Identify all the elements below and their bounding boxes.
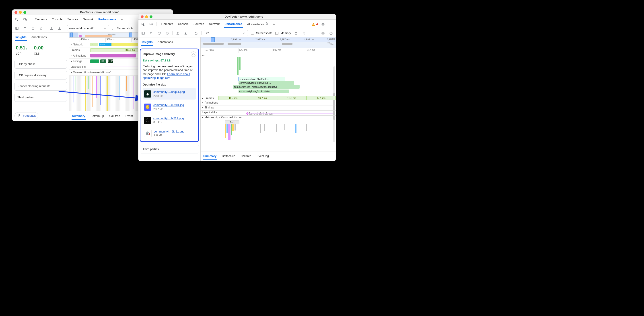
tab-ai-assistance[interactable]: AI assistance — [247, 20, 269, 28]
overflow-dots-icon[interactable]: … — [202, 53, 205, 56]
subtab-annotations[interactable]: Annotations — [31, 34, 47, 41]
close-dot-icon[interactable] — [14, 11, 18, 14]
trash-icon[interactable] — [293, 30, 299, 36]
seg[interactable] — [306, 124, 307, 131]
seg-animation[interactable] — [90, 54, 136, 57]
overview-minimap[interactable]: 1,997 ms 2,997 ms 3,997 ms 4,997 ms 5,99… — [200, 37, 336, 48]
zoom-dot-icon[interactable] — [24, 11, 26, 14]
expand-icon[interactable]: ▸ — [71, 59, 72, 63]
details-tab-summary[interactable]: Summary — [72, 113, 86, 120]
memory-checkbox[interactable]: Memory — [274, 31, 291, 35]
seg[interactable] — [264, 124, 265, 131]
expand-icon[interactable]: ▸ — [202, 101, 203, 104]
seg[interactable] — [228, 124, 230, 140]
seg[interactable] — [295, 124, 296, 133]
screenshots-checkbox-input[interactable] — [251, 32, 254, 35]
collapse-icon[interactable]: ▾ — [202, 116, 203, 119]
screenshots-checkbox[interactable]: Screenshots — [250, 31, 272, 35]
details-tab-bottomup[interactable]: Bottom-up — [221, 153, 236, 160]
details-tab-eventlog[interactable]: Event log — [256, 153, 269, 160]
capture-settings-icon[interactable] — [320, 30, 326, 36]
reload-icon[interactable] — [156, 30, 162, 36]
record-icon[interactable] — [148, 30, 154, 36]
collapse-icon[interactable]: ▾ — [71, 71, 72, 74]
memory-checkbox-input[interactable] — [275, 32, 278, 35]
insight-lcp-request-discovery[interactable]: LCP request discovery — [14, 71, 67, 80]
seg-file-selected[interactable]: communityIcon_9yj66cjf8… — [238, 77, 285, 81]
issues-count[interactable]: 4 — [312, 22, 318, 26]
subtab-insights[interactable]: Insights — [141, 39, 153, 46]
seg-frame[interactable]: 16.3 ms — [277, 96, 306, 100]
seg-task[interactable]: Task — [225, 120, 240, 124]
seg-frame[interactable]: 17.1 ms — [306, 96, 336, 100]
minimize-dot-icon[interactable] — [19, 11, 22, 14]
seg-frame[interactable]: 16.7 ms — [248, 96, 277, 100]
flamechart[interactable]: … communityIcon_9yj66cjf8… communityIcon… — [200, 53, 336, 151]
insight-third-parties[interactable]: Third parties — [140, 145, 199, 154]
tab-sources[interactable]: Sources — [67, 16, 78, 23]
feedback-button[interactable]: Feedback — [14, 112, 38, 119]
tabs-overflow-icon[interactable]: » — [120, 16, 123, 23]
opt-item[interactable]: ◆ communityI…8oq61.png 29.8 kB — [143, 88, 196, 99]
seg-file[interactable]: communityIcon_2cbkzwfs6kr… — [238, 89, 289, 93]
recording-select[interactable]: www.reddit.com #2 — [67, 25, 109, 31]
expand-icon[interactable]: ▸ — [71, 43, 72, 46]
seg-file[interactable]: communityIcon_hlczkoi3mr3d1.jpg (styl… — [233, 85, 300, 89]
collapse-button[interactable] — [191, 51, 196, 57]
subtab-annotations[interactable]: Annotations — [157, 39, 174, 46]
download-icon[interactable] — [183, 30, 188, 36]
opt-filename[interactable]: communityI…bj221.png — [153, 116, 184, 120]
screenshots-checkbox-input[interactable] — [112, 27, 115, 30]
clear-icon[interactable] — [164, 30, 170, 36]
device-icon[interactable] — [22, 17, 28, 22]
recording-select[interactable]: #2 — [204, 30, 248, 36]
seg[interactable] — [226, 124, 228, 133]
details-tab-summary[interactable]: Summary — [203, 153, 217, 160]
insight-lcp-by-phase[interactable]: LCP by phase — [14, 60, 67, 69]
inspect-icon[interactable] — [140, 21, 146, 27]
upload-icon[interactable] — [48, 25, 54, 31]
inspect-icon[interactable] — [14, 17, 20, 22]
seg-timing[interactable] — [90, 59, 99, 63]
seg[interactable] — [237, 57, 238, 75]
seg[interactable] — [276, 124, 277, 132]
seg[interactable] — [284, 124, 285, 130]
opt-item[interactable]: 🤖 communityI…6kr21.png 7.0 kB — [143, 128, 196, 139]
seg[interactable] — [234, 124, 236, 130]
expand-icon[interactable]: ▸ — [71, 54, 72, 57]
opt-filename[interactable]: communityI…8oq61.png — [153, 90, 185, 94]
clear-icon[interactable] — [38, 25, 44, 31]
traffic-lights[interactable] — [14, 11, 26, 14]
dock-icon[interactable] — [14, 25, 20, 31]
insight-third-parties[interactable]: Third parties — [14, 93, 67, 102]
seg-network[interactable]: .co — [90, 43, 98, 46]
expand-icon[interactable]: ▸ — [202, 106, 203, 109]
divider-icon[interactable] — [301, 30, 307, 36]
opt-filename[interactable]: communityI…mr3d1.jpg — [153, 103, 184, 107]
time-ruler[interactable]: 557 ms 577 ms 597 ms 617 ms — [200, 48, 336, 53]
subtab-insights[interactable]: Insights — [15, 34, 27, 41]
details-tab-bottomup[interactable]: Bottom-up — [90, 113, 104, 120]
seg[interactable] — [232, 124, 234, 131]
reload-icon[interactable] — [30, 25, 36, 31]
home-icon[interactable] — [193, 30, 199, 36]
seg-file[interactable]: communityIcon_qqtvyeb0b… — [238, 81, 294, 85]
details-tab-event[interactable]: Event — [125, 113, 133, 120]
opt-filename[interactable]: communityI…6kr21.png — [154, 130, 184, 134]
dock-icon[interactable] — [140, 30, 146, 36]
tab-performance[interactable]: Performance — [98, 16, 116, 23]
device-icon[interactable] — [148, 21, 154, 27]
seg[interactable] — [260, 124, 261, 133]
seg-frame[interactable]: 16.7 ms — [218, 96, 248, 100]
details-tab-calltree[interactable]: Call tree — [109, 113, 120, 120]
zoom-dot-icon[interactable] — [150, 15, 152, 18]
tab-sources[interactable]: Sources — [193, 21, 205, 28]
opt-item[interactable]: ◯ communityI…bj221.png 8.5 kB — [143, 115, 196, 126]
insight-render-blocking[interactable]: Render blocking requests — [14, 82, 67, 91]
seg[interactable] — [225, 124, 226, 138]
screenshots-checkbox[interactable]: Screenshots — [111, 26, 133, 30]
seg-network-www[interactable]: (www… — [99, 43, 113, 46]
opt-item[interactable]: 🙂 communityI…mr3d1.jpg 23.7 kB — [143, 101, 196, 113]
tabs-overflow-icon[interactable]: » — [273, 21, 275, 28]
traffic-lights[interactable] — [141, 15, 152, 18]
